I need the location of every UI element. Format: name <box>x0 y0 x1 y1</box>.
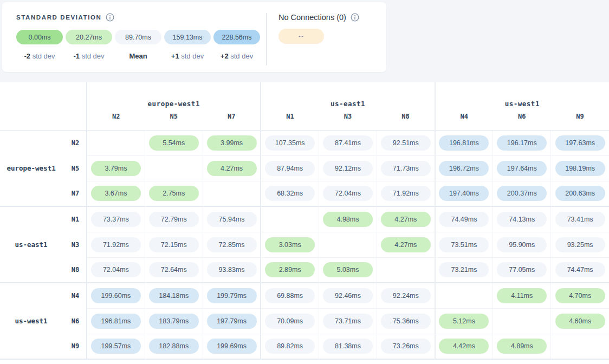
latency-matrix: europe-west1us-east1us-west1N2N5N7N1N3N8… <box>0 82 609 364</box>
latency-pill: 3.79ms <box>91 161 141 176</box>
latency-pill: 73.21ms <box>439 262 489 277</box>
latency-cell: 72.04ms <box>319 181 377 206</box>
latency-cell: 4.89ms <box>493 334 551 359</box>
latency-pill: 3.03ms <box>265 237 315 252</box>
row-region-label: us-west1 <box>0 283 62 359</box>
legend-stop: 228.56ms+2 std dev <box>213 30 260 60</box>
legend-stop-label: +2 std dev <box>221 52 253 60</box>
latency-pill: 71.92ms <box>91 237 141 252</box>
latency-cell: 199.69ms <box>203 334 261 359</box>
row-node-label: N9 <box>62 334 87 359</box>
latency-pill: 197.63ms <box>555 135 605 151</box>
latency-cell: 199.57ms <box>87 334 145 359</box>
legend-stop-pill: 0.00ms <box>16 30 63 44</box>
latency-cell: 197.40ms <box>435 181 493 206</box>
self-cell <box>377 257 435 283</box>
latency-pill: 196.17ms <box>497 135 547 151</box>
latency-pill: 73.26ms <box>381 339 431 354</box>
latency-cell: 183.79ms <box>145 308 203 334</box>
latency-cell: 197.79ms <box>203 308 261 334</box>
row-node-label: N7 <box>62 181 87 206</box>
legend-stop: 159.13ms+1 std dev <box>164 30 211 60</box>
latency-pill: 74.49ms <box>439 212 489 227</box>
latency-cell: 70.09ms <box>261 308 319 334</box>
latency-pill: 200.63ms <box>555 186 605 201</box>
latency-pill: 75.94ms <box>207 212 257 227</box>
latency-pill: 196.81ms <box>91 314 141 329</box>
legend-stop-label: -1 std dev <box>73 52 104 60</box>
latency-pill: 73.71ms <box>323 314 373 329</box>
column-node-header: N1 <box>261 113 319 130</box>
self-cell <box>551 334 609 359</box>
self-cell <box>435 283 493 308</box>
latency-pill: 197.64ms <box>497 161 547 176</box>
latency-pill: 198.19ms <box>555 161 605 176</box>
latency-pill: 184.18ms <box>149 288 199 303</box>
self-cell <box>319 232 377 257</box>
latency-pill: 93.25ms <box>555 237 605 252</box>
column-node-header: N6 <box>493 113 551 130</box>
legend-stop-pill: 20.27ms <box>66 30 112 44</box>
latency-pill: 182.88ms <box>149 339 199 354</box>
latency-pill: 75.36ms <box>381 314 431 329</box>
legend-stops: 0.00ms-2 std dev20.27ms-1 std dev89.70ms… <box>16 30 264 60</box>
latency-cell: 72.15ms <box>145 232 203 257</box>
column-node-header: N9 <box>551 113 609 130</box>
latency-pill: 5.12ms <box>439 314 489 329</box>
latency-cell: 92.24ms <box>377 283 435 308</box>
self-cell <box>87 130 145 155</box>
row-node-label: N6 <box>62 308 87 334</box>
legend-stop-label: +1 std dev <box>171 52 204 60</box>
self-cell <box>203 181 261 206</box>
latency-pill: 197.79ms <box>207 314 257 329</box>
self-cell <box>145 155 203 181</box>
latency-cell: 71.92ms <box>87 232 145 257</box>
column-region-header: us-west1 <box>435 82 609 113</box>
latency-pill: 200.37ms <box>497 186 547 201</box>
legend-stop-pill: 159.13ms <box>164 30 211 44</box>
legend-stop-pill: 228.56ms <box>213 30 260 44</box>
latency-pill: 199.79ms <box>207 288 257 303</box>
latency-pill: 3.99ms <box>207 135 257 151</box>
latency-cell: 73.21ms <box>435 257 493 283</box>
row-node-label: N3 <box>62 232 87 257</box>
latency-pill: 71.73ms <box>381 161 431 176</box>
latency-cell: 3.03ms <box>261 232 319 257</box>
latency-cell: 196.81ms <box>87 308 145 334</box>
latency-pill: 199.60ms <box>91 288 141 303</box>
latency-cell: 93.25ms <box>551 232 609 257</box>
row-node-label: N2 <box>62 130 87 155</box>
latency-pill: 107.35ms <box>265 135 315 151</box>
latency-pill: 4.89ms <box>497 339 547 354</box>
latency-pill: 92.12ms <box>323 161 373 176</box>
latency-pill: 4.11ms <box>497 288 547 303</box>
latency-cell: 73.26ms <box>377 334 435 359</box>
latency-pill: 68.32ms <box>265 186 315 201</box>
latency-pill: 92.24ms <box>381 288 431 303</box>
latency-cell: 89.82ms <box>261 334 319 359</box>
latency-cell: 196.72ms <box>435 155 493 181</box>
row-region-label: us-east1 <box>0 206 62 283</box>
latency-pill: 197.40ms <box>439 186 489 201</box>
latency-cell: 69.88ms <box>261 283 319 308</box>
latency-cell: 92.51ms <box>377 130 435 155</box>
info-icon[interactable] <box>106 13 114 22</box>
latency-pill: 92.46ms <box>323 288 373 303</box>
info-icon[interactable] <box>351 13 359 22</box>
legend-stop-label: -2 std dev <box>24 52 55 60</box>
latency-pill: 5.54ms <box>149 135 199 151</box>
latency-cell: 3.67ms <box>87 181 145 206</box>
legend-card: STANDARD DEVIATION 0.00ms-2 std dev20.27… <box>2 2 386 72</box>
legend-stop-label: Mean <box>129 52 147 60</box>
latency-cell: 4.70ms <box>551 283 609 308</box>
latency-pill: 69.88ms <box>265 288 315 303</box>
latency-cell: 92.46ms <box>319 283 377 308</box>
latency-cell: 87.94ms <box>261 155 319 181</box>
latency-cell: 71.92ms <box>377 181 435 206</box>
latency-pill: 199.57ms <box>91 339 141 354</box>
latency-cell: 73.37ms <box>87 206 145 232</box>
row-node-label: N8 <box>62 257 87 283</box>
latency-pill: 72.85ms <box>207 237 257 252</box>
latency-cell: 74.47ms <box>551 257 609 283</box>
latency-pill: 89.82ms <box>265 339 315 354</box>
